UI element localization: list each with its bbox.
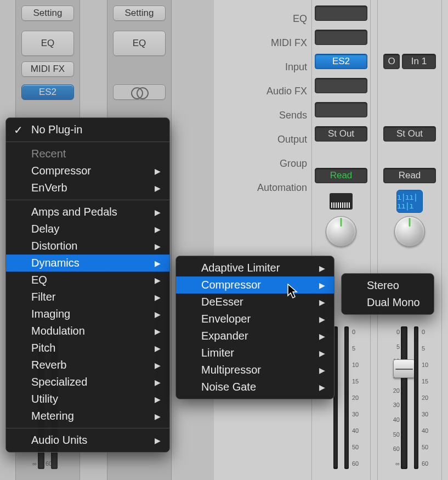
menu-item-label: Dual Mono (367, 296, 420, 309)
menu-item-channel-mode[interactable]: Dual Mono (342, 294, 434, 311)
menu-item-category[interactable]: Utility▶ (6, 391, 169, 408)
fader-cap[interactable] (393, 359, 415, 378)
instrument-slot[interactable]: ES2 (21, 84, 74, 100)
chevron-right-icon: ▶ (155, 395, 161, 404)
menu-item-category[interactable]: Metering▶ (6, 408, 169, 425)
menu-item-label: Adaptive Limiter (201, 262, 280, 274)
menu-item-label: Limiter (201, 347, 234, 359)
meter-area: 0510152030405060∞ 0510152030405060 (378, 321, 441, 480)
automation-mode[interactable]: Read (315, 168, 367, 183)
menu-item-no-plugin[interactable]: ✓ No Plug-in (6, 121, 169, 138)
fader-scale-left: 0510152030405060∞ (383, 326, 400, 469)
menu-item-category[interactable]: Reverb▶ (6, 357, 169, 374)
menu-item-label: Specialized (31, 376, 87, 388)
instrument-slot[interactable] (113, 84, 166, 100)
eq-slot[interactable] (315, 5, 367, 21)
chevron-right-icon: ▶ (155, 184, 161, 193)
menu-item-category[interactable]: Specialized▶ (6, 374, 169, 391)
menu-item-plugin[interactable]: Compressor▶ (176, 276, 334, 293)
chevron-right-icon: ▶ (319, 349, 325, 358)
menu-item-category[interactable]: Filter▶ (6, 289, 169, 306)
menu-item-category[interactable]: EQ▶ (6, 272, 169, 289)
level-meter: 0510152030405060 (414, 326, 418, 469)
label-midifx: MIDI FX (271, 31, 307, 55)
menu-item-plugin[interactable]: Multipressor▶ (176, 362, 334, 379)
menu-item-label: Amps and Pedals (31, 206, 117, 218)
menu-item-plugin[interactable]: Enveloper▶ (176, 310, 334, 327)
chevron-right-icon: ▶ (155, 436, 161, 445)
menu-item-recent[interactable]: EnVerb▶ (6, 179, 169, 196)
output-slot[interactable]: St Out (315, 126, 367, 142)
menu-item-label: Multipressor (201, 364, 261, 376)
menu-item-label: Imaging (31, 308, 70, 320)
menu-item-label: Stereo (367, 279, 399, 292)
check-icon: ✓ (14, 123, 23, 137)
plugin-submenu-channel-mode[interactable]: StereoDual Mono (341, 273, 434, 315)
menu-item-category[interactable]: Amps and Pedals▶ (6, 204, 169, 221)
chevron-right-icon: ▶ (155, 259, 161, 268)
label-eq: EQ (293, 7, 307, 31)
pan-knob[interactable] (326, 216, 356, 247)
chevron-right-icon: ▶ (319, 366, 325, 375)
eq-button[interactable]: EQ (113, 31, 166, 56)
chevron-right-icon: ▶ (155, 167, 161, 176)
plugin-menu[interactable]: ✓ No Plug-in Recent Compressor▶EnVerb▶ A… (5, 117, 170, 453)
chevron-right-icon: ▶ (319, 264, 325, 273)
menu-item-label: Pitch (31, 342, 55, 354)
fader[interactable]: 0510152030405060∞ (401, 326, 407, 469)
chevron-right-icon: ▶ (319, 281, 325, 290)
menu-item-label: EQ (31, 274, 47, 286)
menu-item-category[interactable]: Dynamics▶ (6, 255, 169, 272)
menu-item-label: Expander (201, 330, 248, 342)
menu-item-channel-mode[interactable]: Stereo (342, 277, 434, 294)
input-slot[interactable]: In 1 (402, 54, 436, 69)
chevron-right-icon: ▶ (155, 361, 161, 370)
chevron-right-icon: ▶ (155, 412, 161, 421)
label-input: Input (285, 55, 307, 79)
eq-button[interactable]: EQ (21, 31, 74, 56)
chevron-right-icon: ▶ (319, 383, 325, 392)
menu-item-plugin[interactable]: Expander▶ (176, 327, 334, 345)
channel-strip-4: O In 1 St Out Read ı|ıı|ıı|ı 05101520304… (377, 0, 442, 480)
menu-item-audio-units[interactable]: Audio Units▶ (6, 432, 169, 449)
menu-item-category[interactable]: Distortion▶ (6, 238, 169, 255)
label-output: Output (277, 127, 307, 151)
menu-item-category[interactable]: Pitch▶ (6, 340, 169, 357)
input-slot[interactable]: ES2 (315, 54, 367, 69)
menu-item-category[interactable]: Modulation▶ (6, 323, 169, 340)
automation-mode[interactable]: Read (383, 168, 436, 183)
menu-item-label: No Plug-in (31, 123, 82, 136)
menu-item-label: Utility (31, 393, 58, 405)
menu-item-plugin[interactable]: Adaptive Limiter▶ (176, 259, 334, 276)
pan-knob[interactable] (394, 216, 425, 247)
menu-item-label: Delay (31, 223, 59, 235)
midifx-slot[interactable] (315, 30, 367, 45)
row-labels: EQ MIDI FX Input Audio FX Sends Output G… (214, 0, 307, 230)
meter-scale: 0510152030405060 (352, 326, 368, 469)
menu-item-plugin[interactable]: Limiter▶ (176, 345, 334, 362)
midifx-button[interactable]: MIDI FX (21, 61, 74, 77)
setting-button[interactable]: Setting (113, 5, 166, 21)
menu-item-label: Compressor (201, 279, 261, 291)
audiofx-slot[interactable] (315, 78, 367, 93)
menu-item-recent[interactable]: Compressor▶ (6, 162, 169, 179)
menu-item-label: Distortion (31, 240, 77, 252)
menu-item-plugin[interactable]: DeEsser▶ (176, 293, 334, 310)
chevron-right-icon: ▶ (155, 208, 161, 217)
label-sends: Sends (279, 103, 307, 127)
input-format-button[interactable]: O (383, 54, 400, 69)
menu-item-label: Metering (31, 410, 74, 422)
track-icon[interactable] (328, 190, 354, 213)
menu-item-category[interactable]: Imaging▶ (6, 306, 169, 323)
chevron-right-icon: ▶ (155, 344, 161, 353)
track-icon[interactable]: ı|ıı|ıı|ı (396, 190, 423, 213)
chevron-right-icon: ▶ (155, 327, 161, 336)
menu-item-category[interactable]: Delay▶ (6, 221, 169, 238)
menu-item-plugin[interactable]: Noise Gate▶ (176, 379, 334, 396)
output-slot[interactable]: St Out (383, 126, 436, 142)
channel-strip-3: ES2 St Out Read 0510152030405060 (311, 0, 371, 480)
plugin-submenu-dynamics[interactable]: Adaptive Limiter▶Compressor▶DeEsser▶Enve… (175, 256, 334, 399)
chevron-right-icon: ▶ (155, 310, 161, 319)
setting-button[interactable]: Setting (21, 5, 74, 21)
sends-slot[interactable] (315, 102, 367, 117)
